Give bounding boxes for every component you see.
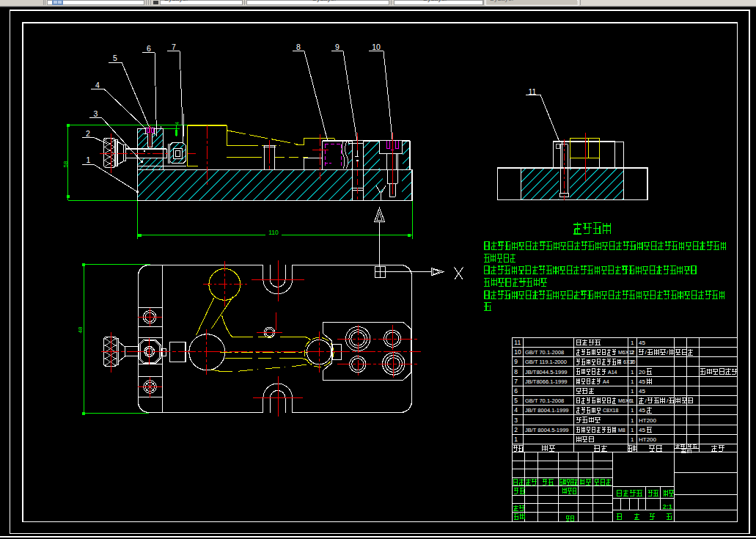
svg-text:45: 45 — [639, 378, 645, 385]
svg-text:5: 5 — [113, 54, 117, 62]
svg-text:3: 3 — [514, 417, 518, 424]
svg-text:1: 1 — [631, 417, 634, 424]
svg-text:2: 2 — [86, 129, 90, 138]
svg-text:8: 8 — [514, 368, 518, 375]
svg-text:JB/T8044.5-1999: JB/T8044.5-1999 — [525, 369, 568, 375]
svg-text:1: 1 — [631, 388, 634, 395]
svg-text:JB/T 8004.1-1999: JB/T 8004.1-1999 — [525, 407, 569, 414]
svg-text:10: 10 — [372, 43, 381, 51]
svg-text:4: 4 — [175, 122, 180, 125]
svg-text:1: 1 — [87, 155, 91, 164]
svg-text:HT200: HT200 — [639, 436, 657, 443]
svg-text:C8X18: C8X18 — [603, 408, 619, 413]
svg-text:JB/T 8004.5-1999: JB/T 8004.5-1999 — [525, 427, 569, 433]
svg-text:6: 6 — [147, 44, 151, 53]
svg-text:GB/T 70.1-2008: GB/T 70.1-2008 — [525, 397, 564, 404]
svg-text:2: 2 — [514, 426, 518, 433]
svg-text:4: 4 — [95, 81, 100, 89]
svg-text:3: 3 — [94, 109, 98, 118]
svg-text:48: 48 — [77, 326, 84, 333]
svg-text:1: 1 — [631, 427, 634, 433]
svg-text:GB/T 70.1-2008: GB/T 70.1-2008 — [525, 349, 564, 356]
svg-text:A4: A4 — [603, 379, 609, 384]
svg-text:ByLayer: ByLayer — [490, 0, 514, 2]
svg-text:GB/T 119.1-2000: GB/T 119.1-2000 — [525, 359, 567, 365]
svg-text:1: 1 — [631, 378, 634, 385]
svg-text:ByLayer: ByLayer — [423, 0, 447, 2]
svg-text:11: 11 — [514, 339, 521, 346]
svg-text:45: 45 — [639, 340, 645, 346]
svg-text:7: 7 — [514, 378, 518, 385]
svg-text:M6X6: M6X6 — [618, 398, 631, 403]
svg-text:4: 4 — [514, 406, 518, 414]
svg-text:45: 45 — [639, 388, 645, 395]
svg-text:10: 10 — [514, 348, 521, 356]
svg-text:20: 20 — [639, 369, 645, 375]
svg-text:58: 58 — [62, 161, 69, 167]
svg-text:7: 7 — [172, 43, 176, 51]
svg-text:1: 1 — [631, 407, 634, 414]
svg-text:2: 2 — [631, 359, 634, 365]
svg-text:1: 1 — [631, 340, 634, 346]
svg-text:1: 1 — [631, 436, 634, 443]
svg-text:ByLayer: ByLayer — [312, 0, 337, 2]
svg-text:8: 8 — [296, 43, 301, 51]
svg-text:110: 110 — [268, 229, 279, 236]
svg-text:A14: A14 — [608, 370, 617, 375]
svg-text:JB/T8066.1-1999: JB/T8066.1-1999 — [525, 378, 568, 385]
svg-text:5: 5 — [514, 397, 518, 404]
svg-text:6: 6 — [514, 387, 518, 395]
svg-text:45: 45 — [639, 427, 645, 433]
svg-text:1: 1 — [514, 436, 518, 443]
svg-text:9: 9 — [335, 43, 340, 51]
svg-text:9: 9 — [514, 358, 518, 365]
svg-text:M8: M8 — [618, 428, 625, 433]
svg-text:1: 1 — [631, 397, 634, 404]
svg-text:1: 1 — [631, 369, 634, 375]
svg-text:2: 2 — [631, 349, 634, 356]
svg-text:2:1: 2:1 — [663, 503, 672, 510]
svg-text:ByLayer: ByLayer — [164, 0, 188, 2]
svg-text:45: 45 — [639, 407, 645, 414]
svg-text:HT200: HT200 — [639, 417, 657, 424]
